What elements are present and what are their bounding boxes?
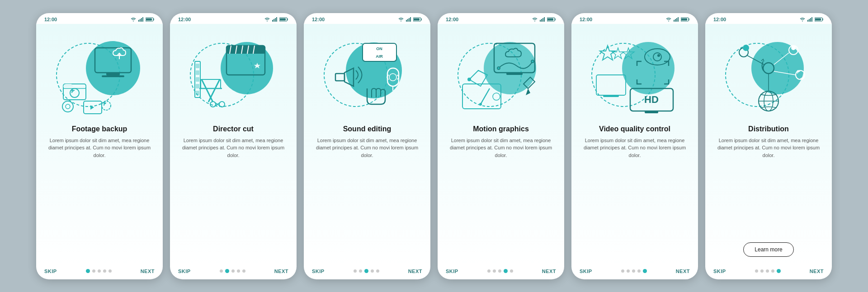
svg-rect-0 (138, 20, 139, 22)
signal-icon-5 (674, 17, 679, 22)
svg-rect-83 (675, 19, 676, 22)
video-quality-svg: HD (590, 34, 680, 116)
battery-icon-1 (146, 17, 155, 22)
status-bar-1: 12:00 (36, 13, 163, 24)
phone-2-nav: SKIP NEXT (170, 265, 297, 279)
next-button-1[interactable]: NEXT (141, 269, 155, 274)
phone-1-title: Footage backup (43, 125, 156, 133)
next-button-6[interactable]: NEXT (810, 269, 824, 274)
next-button-4[interactable]: NEXT (542, 269, 556, 274)
svg-rect-106 (815, 18, 821, 20)
dot-1-4 (103, 269, 106, 273)
next-button-2[interactable]: NEXT (274, 269, 288, 274)
svg-text:ON: ON (376, 46, 382, 51)
dots-6 (755, 269, 781, 273)
svg-rect-52 (410, 17, 411, 22)
illustration-footage-backup (43, 28, 156, 122)
motion-graphics-svg (456, 34, 546, 116)
status-icons-5 (665, 17, 690, 22)
dots-3 (354, 269, 379, 273)
illustration-motion-graphics (445, 28, 557, 122)
svg-rect-104 (811, 17, 812, 22)
svg-text:HD: HD (644, 94, 659, 105)
svg-point-79 (493, 93, 500, 100)
phone-6-description: Lorem ipsum dolor sit dim amet, mea regi… (712, 137, 825, 239)
status-icons-2 (264, 17, 288, 22)
phone-2-title: Director cut (177, 125, 289, 133)
svg-rect-67 (542, 18, 543, 22)
skip-button-4[interactable]: SKIP (446, 269, 458, 274)
sound-editing-svg: ON AIR (322, 34, 412, 116)
svg-rect-82 (674, 20, 675, 22)
dot-6-3 (766, 269, 769, 273)
status-icons-1 (130, 17, 155, 22)
signal-icon-3 (406, 17, 411, 22)
svg-rect-41 (196, 70, 199, 75)
dot-2-2 (225, 269, 229, 273)
learn-more-button[interactable]: Learn more (743, 242, 793, 257)
phone-3-title: Sound editing (311, 125, 423, 133)
dot-4-4 (504, 269, 508, 273)
wifi-icon-2 (264, 17, 270, 22)
wifi-icon-3 (398, 17, 404, 22)
phone-6-content: Distribution Lorem ipsum dolor sit dim a… (705, 24, 832, 265)
next-button-3[interactable]: NEXT (408, 269, 422, 274)
svg-rect-85 (678, 17, 679, 22)
signal-icon-4 (540, 17, 545, 22)
signal-icon-6 (807, 17, 813, 22)
svg-rect-28 (226, 46, 265, 54)
dot-5-4 (637, 269, 641, 273)
dot-1-5 (108, 269, 112, 273)
skip-button-5[interactable]: SKIP (580, 269, 592, 274)
dot-6-2 (760, 269, 764, 273)
phone-4-description: Lorem ipsum dolor sit dim amet, mea regi… (445, 137, 557, 260)
svg-rect-61 (335, 74, 344, 81)
dot-3-2 (359, 269, 362, 273)
wifi-icon-1 (130, 17, 137, 22)
svg-point-75 (497, 67, 500, 70)
svg-rect-21 (275, 18, 276, 22)
svg-point-95 (657, 54, 660, 57)
dot-5-1 (621, 269, 624, 273)
phone-2-description: Lorem ipsum dolor sit dim amet, mea regi… (177, 137, 289, 260)
skip-button-3[interactable]: SKIP (312, 269, 325, 274)
svg-rect-42 (196, 77, 199, 82)
svg-point-77 (467, 78, 471, 81)
distribution-svg (723, 34, 814, 116)
battery-icon-3 (413, 17, 422, 22)
phone-5-title: Video quality control (579, 125, 691, 133)
dot-3-1 (354, 269, 357, 273)
svg-rect-70 (547, 18, 553, 20)
time-4: 12:00 (446, 17, 458, 22)
status-bar-2: 12:00 (170, 13, 297, 24)
svg-rect-49 (406, 20, 407, 22)
dot-4-5 (510, 269, 513, 273)
status-bar-3: 12:00 (304, 13, 430, 24)
dot-1-3 (98, 269, 101, 273)
status-icons-3 (398, 17, 422, 22)
phone-video-quality: 12:00 (571, 13, 698, 279)
phone-sound-editing: 12:00 ON AIR (304, 13, 430, 279)
svg-rect-43 (196, 84, 199, 88)
phone-director-cut: 12:00 (170, 13, 297, 279)
svg-rect-3 (142, 17, 143, 22)
svg-rect-44 (196, 91, 199, 95)
skip-button-1[interactable]: SKIP (44, 269, 57, 274)
skip-button-2[interactable]: SKIP (178, 269, 191, 274)
svg-rect-98 (645, 111, 658, 113)
svg-rect-54 (414, 18, 420, 20)
footage-backup-svg (54, 34, 145, 116)
dots-2 (220, 269, 245, 273)
time-1: 12:00 (44, 17, 57, 22)
svg-rect-2 (141, 18, 142, 22)
svg-point-14 (62, 101, 73, 112)
skip-button-6[interactable]: SKIP (713, 269, 726, 274)
next-button-5[interactable]: NEXT (676, 269, 690, 274)
time-5: 12:00 (580, 17, 592, 22)
svg-rect-66 (541, 19, 542, 22)
director-cut-svg (188, 34, 278, 116)
svg-rect-101 (807, 20, 808, 22)
svg-rect-65 (540, 20, 541, 22)
phone-5-nav: SKIP NEXT (571, 265, 698, 279)
svg-marker-91 (612, 48, 624, 59)
